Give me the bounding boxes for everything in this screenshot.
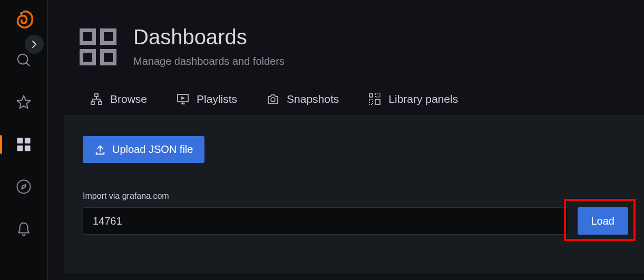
tab-playlists[interactable]: Playlists — [177, 93, 237, 115]
tab-snapshots-label: Snapshots — [287, 93, 339, 105]
svg-point-11 — [271, 98, 275, 102]
nav-dashboards[interactable] — [10, 131, 37, 158]
svg-rect-9 — [99, 102, 102, 104]
svg-rect-13 — [375, 94, 380, 97]
tab-library-panels[interactable]: Library panels — [368, 93, 458, 115]
import-label: Import via grafana.com — [83, 191, 628, 201]
sitemap-icon — [90, 93, 103, 105]
load-wrap: Load — [578, 207, 629, 235]
load-button[interactable]: Load — [578, 207, 629, 235]
upload-icon — [94, 144, 106, 156]
upload-json-label: Upload JSON file — [112, 143, 193, 156]
svg-rect-2 — [17, 138, 23, 144]
svg-rect-3 — [25, 138, 31, 144]
svg-rect-4 — [17, 146, 23, 151]
tab-browse[interactable]: Browse — [90, 93, 147, 115]
main-content: Dashboards Manage dashboards and folders… — [47, 0, 644, 280]
dashboards-icon — [80, 28, 116, 65]
nav-explore[interactable] — [10, 173, 37, 200]
svg-rect-5 — [25, 146, 31, 151]
page-title: Dashboards — [133, 25, 285, 49]
svg-rect-14 — [369, 100, 373, 104]
import-id-input[interactable] — [83, 207, 568, 235]
svg-point-0 — [18, 54, 28, 64]
logo-wrap — [13, 9, 34, 31]
nav-search[interactable] — [10, 46, 37, 74]
svg-rect-12 — [369, 94, 373, 97]
sidebar — [0, 0, 47, 280]
import-panel: Upload JSON file Import via grafana.com … — [64, 115, 644, 273]
page-header-text: Dashboards Manage dashboards and folders — [133, 25, 285, 67]
tab-snapshots[interactable]: Snapshots — [267, 93, 339, 115]
camera-icon — [267, 93, 279, 105]
nav-starred[interactable] — [10, 89, 37, 116]
svg-rect-7 — [95, 94, 98, 96]
upload-json-button[interactable]: Upload JSON file — [83, 136, 204, 163]
tabs: Browse Playlists Snapshots Library panel… — [48, 67, 644, 115]
tab-browse-label: Browse — [110, 93, 147, 105]
svg-point-6 — [17, 180, 31, 194]
nav-alerting[interactable] — [10, 215, 37, 243]
grafana-logo[interactable] — [13, 9, 34, 31]
presentation-icon — [177, 93, 189, 105]
svg-line-1 — [26, 63, 30, 66]
svg-rect-15 — [375, 100, 380, 104]
import-row: Load — [83, 207, 628, 235]
tab-library-label: Library panels — [388, 93, 458, 105]
svg-rect-10 — [178, 94, 188, 102]
tab-playlists-label: Playlists — [197, 93, 237, 105]
page-header: Dashboards Manage dashboards and folders — [48, 0, 644, 67]
page-subtitle: Manage dashboards and folders — [133, 55, 285, 67]
library-panel-icon — [368, 93, 381, 105]
svg-rect-8 — [91, 102, 94, 104]
